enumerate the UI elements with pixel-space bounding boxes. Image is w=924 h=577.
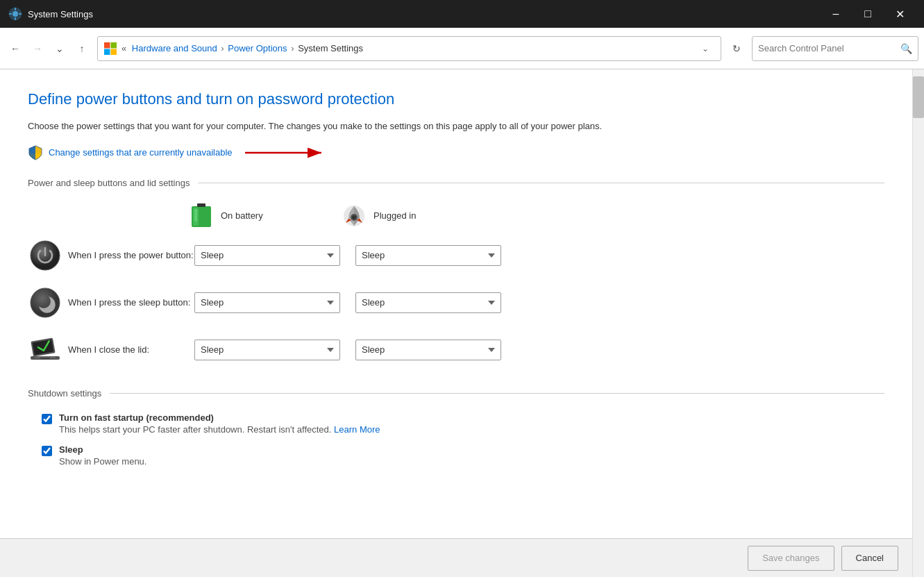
svg-rect-13: [197, 203, 205, 207]
save-changes-button[interactable]: Save changes: [748, 546, 834, 571]
power-icon: [29, 240, 61, 271]
address-dropdown-button[interactable]: ⌄: [696, 39, 715, 58]
sleep-title[interactable]: Sleep: [59, 444, 83, 455]
change-settings-link-row: Change settings that are currently unava…: [28, 144, 884, 161]
col-label-battery: On battery: [221, 210, 263, 221]
title-bar-left: System Settings: [8, 7, 93, 21]
power-button-row: When I press the power button: Sleep Do …: [28, 238, 884, 273]
title-bar-controls: – □ ✕: [820, 0, 916, 28]
lid-dropdowns: Sleep Do nothing Hibernate Shut down Tur…: [194, 340, 884, 360]
power-button-plugged-select[interactable]: Sleep Do nothing Hibernate Shut down Tur…: [355, 245, 501, 266]
fast-startup-checkbox-wrapper[interactable]: [42, 414, 52, 426]
fast-startup-item: Turn on fast startup (recommended) This …: [28, 412, 884, 435]
sleep-checkbox-wrapper[interactable]: [42, 446, 52, 458]
sleep-button-label: When I press the sleep button:: [62, 297, 194, 308]
page-description: Choose the power settings that you want …: [28, 119, 618, 133]
search-icon: 🔍: [900, 43, 912, 54]
battery-icon: [189, 202, 214, 230]
breadcrumb-hardware[interactable]: Hardware and Sound: [132, 43, 217, 53]
divider-line-1: [198, 183, 884, 183]
svg-rect-6: [104, 42, 110, 49]
back-button[interactable]: ←: [6, 39, 25, 58]
sleep-checkbox[interactable]: [42, 446, 52, 456]
lid-battery-select[interactable]: Sleep Do nothing Hibernate Shut down Tur…: [194, 340, 340, 360]
power-button-label: When I press the power button:: [62, 250, 194, 260]
svg-rect-8: [104, 49, 110, 55]
svg-rect-3: [15, 17, 16, 20]
lid-plugged-select[interactable]: Sleep Do nothing Hibernate Shut down Tur…: [355, 340, 501, 360]
content-area: Define power buttons and turn on passwor…: [0, 69, 912, 577]
col-header-plugged: Plugged in: [340, 202, 493, 230]
power-sleep-section-label: Power and sleep buttons and lid settings: [28, 178, 190, 188]
scrollbar-thumb[interactable]: [913, 76, 924, 118]
sleep-desc: Show in Power menu.: [59, 456, 146, 467]
svg-rect-5: [19, 13, 22, 15]
address-field[interactable]: « Hardware and Sound › Power Options › S…: [97, 36, 721, 61]
sleep-icon: [29, 287, 61, 319]
col-header-battery: On battery: [187, 202, 340, 230]
cancel-button[interactable]: Cancel: [841, 546, 898, 571]
app-icon: [8, 7, 22, 21]
scrollbar-track[interactable]: [912, 69, 924, 577]
search-box[interactable]: 🔍: [752, 36, 918, 61]
svg-point-17: [352, 215, 356, 219]
maximize-button[interactable]: □: [852, 0, 884, 28]
shutdown-section-label: Shutdown settings: [28, 388, 101, 399]
svg-rect-7: [111, 42, 117, 49]
breadcrumb-power-options[interactable]: Power Options: [228, 43, 287, 53]
sleep-button-battery-select[interactable]: Sleep Do nothing Hibernate Shut down Tur…: [194, 292, 340, 313]
learn-more-link[interactable]: Learn More: [334, 424, 380, 435]
lid-row: When I close the lid: Sleep Do nothing H…: [28, 333, 884, 367]
sleep-content: Sleep Show in Power menu.: [59, 444, 146, 467]
shutdown-section: Shutdown settings Turn on fast startup (…: [28, 388, 884, 467]
power-sleep-section-divider: Power and sleep buttons and lid settings: [28, 178, 884, 188]
svg-point-19: [31, 288, 60, 317]
fast-startup-title[interactable]: Turn on fast startup (recommended): [59, 412, 214, 423]
window-title: System Settings: [28, 9, 93, 19]
refresh-button[interactable]: ↻: [727, 39, 746, 58]
svg-rect-14: [194, 209, 197, 221]
breadcrumb-current: System Settings: [298, 43, 363, 53]
svg-rect-4: [9, 13, 12, 15]
shutdown-section-divider: Shutdown settings: [28, 388, 884, 399]
divider-line-2: [110, 393, 884, 394]
title-bar: System Settings – □ ✕: [0, 0, 924, 28]
svg-rect-24: [40, 358, 50, 359]
close-button[interactable]: ✕: [884, 0, 916, 28]
minimize-button[interactable]: –: [820, 0, 852, 28]
search-input[interactable]: [758, 43, 898, 53]
col-label-plugged: Plugged in: [373, 210, 416, 221]
sleep-button-plugged-select[interactable]: Sleep Do nothing Hibernate Shut down Tur…: [355, 292, 501, 313]
lid-label: When I close the lid:: [62, 344, 194, 355]
svg-point-1: [12, 11, 18, 17]
battery-col-icon: [187, 202, 215, 230]
forward-button[interactable]: →: [28, 39, 47, 58]
sleep-item: Sleep Show in Power menu.: [28, 444, 884, 467]
sleep-button-row: When I press the sleep button: Sleep Do …: [28, 285, 884, 320]
change-settings-link[interactable]: Change settings that are currently unava…: [49, 147, 233, 158]
fast-startup-content: Turn on fast startup (recommended) This …: [59, 412, 380, 435]
power-button-icon: [28, 238, 62, 273]
up-button[interactable]: ↑: [72, 39, 92, 58]
address-bar: ← → ⌄ ↑ « Hardware and Sound › Power Opt…: [0, 28, 924, 69]
svg-rect-2: [15, 8, 16, 10]
sleep-button-icon: [28, 285, 62, 320]
laptop-icon: [28, 333, 62, 367]
lid-icon: [28, 333, 62, 367]
breadcrumb: « Hardware and Sound › Power Options › S…: [121, 43, 691, 53]
fast-startup-checkbox[interactable]: [42, 414, 52, 424]
footer-bar: Save changes Cancel: [0, 538, 912, 577]
plugged-col-icon: [340, 202, 368, 230]
sleep-button-dropdowns: Sleep Do nothing Hibernate Shut down Tur…: [194, 292, 884, 313]
power-button-dropdowns: Sleep Do nothing Hibernate Shut down Tur…: [194, 245, 884, 266]
svg-rect-9: [111, 49, 117, 55]
table-header-row: On battery: [187, 202, 884, 238]
address-icon: [103, 42, 117, 56]
settings-table: On battery: [28, 202, 884, 367]
recent-locations-button[interactable]: ⌄: [50, 39, 69, 58]
plug-icon: [340, 202, 368, 230]
page-title: Define power buttons and turn on passwor…: [28, 90, 884, 108]
main-layout: Define power buttons and turn on passwor…: [0, 69, 924, 577]
fast-startup-desc: This helps start your PC faster after sh…: [59, 424, 380, 435]
power-button-battery-select[interactable]: Sleep Do nothing Hibernate Shut down Tur…: [194, 245, 340, 266]
